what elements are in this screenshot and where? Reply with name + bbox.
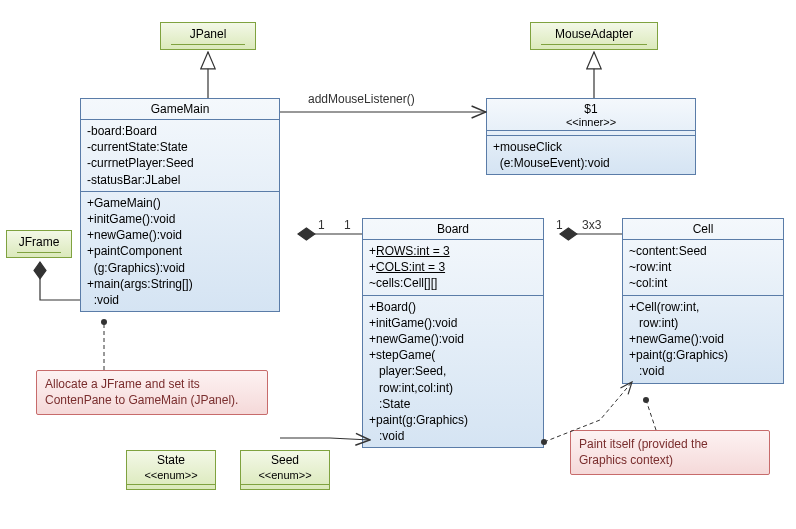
class-inner: $1 <<inner>> +mouseClick (e:MouseEvent):… <box>486 98 696 175</box>
label-mult-1: 1 <box>344 218 351 232</box>
note-line: Paint itself (provided the <box>579 437 761 453</box>
method: +GameMain() <box>87 195 273 211</box>
attr: -statusBar:JLabel <box>87 172 273 188</box>
attr: +COLS:int = 3 <box>369 259 537 275</box>
class-title: GameMain <box>81 99 279 120</box>
method: row:int) <box>629 315 777 331</box>
method: +Board() <box>369 299 537 315</box>
class-title: Board <box>363 219 543 240</box>
static-attr: COLS:int = 3 <box>376 260 445 274</box>
interface-title: JFrame <box>17 235 61 249</box>
method: +initGame():void <box>87 211 273 227</box>
method: row:int,col:int) <box>369 380 537 396</box>
method: (g:Graphics):void <box>87 260 273 276</box>
class-gamemain: GameMain -board:Board -currentState:Stat… <box>80 98 280 312</box>
interface-title: MouseAdapter <box>541 27 647 41</box>
method: +mouseClick <box>493 139 689 155</box>
static-attr: ROWS:int = 3 <box>376 244 450 258</box>
method: :void <box>87 292 273 308</box>
note-line: ContenPane to GameMain (JPanel). <box>45 393 259 409</box>
methods-section: +mouseClick (e:MouseEvent):void <box>487 136 695 174</box>
method: :void <box>369 428 537 444</box>
class-cell: Cell ~content:Seed ~row:int ~col:int +Ce… <box>622 218 784 384</box>
attr: -currnetPlayer:Seed <box>87 155 273 171</box>
attr: -board:Board <box>87 123 273 139</box>
label-addmouselistener: addMouseListener() <box>308 92 415 106</box>
method: +paint(g:Graphics) <box>369 412 537 428</box>
method: +initGame():void <box>369 315 537 331</box>
attributes-section: +ROWS:int = 3 +COLS:int = 3 ~cells:Cell[… <box>363 240 543 296</box>
note-line: Graphics context) <box>579 453 761 469</box>
method: +newGame():void <box>87 227 273 243</box>
label-mult-1: 1 <box>318 218 325 232</box>
svg-point-5 <box>101 319 107 325</box>
attr: ~content:Seed <box>629 243 777 259</box>
note-jframe: Allocate a JFrame and set its ContenPane… <box>36 370 268 415</box>
method: +stepGame( <box>369 347 537 363</box>
enum-title: Seed <box>241 451 329 469</box>
stereotype: <<inner>> <box>487 116 695 131</box>
methods-section: +Cell(row:int, row:int) +newGame():void … <box>623 296 783 383</box>
attr: +ROWS:int = 3 <box>369 243 537 259</box>
method: (e:MouseEvent):void <box>493 155 689 171</box>
method: +newGame():void <box>629 331 777 347</box>
label-mult-3x3: 3x3 <box>582 218 601 232</box>
methods-section: +Board() +initGame():void +newGame():voi… <box>363 296 543 448</box>
attr: -currentState:State <box>87 139 273 155</box>
stereotype: <<enum>> <box>127 469 215 484</box>
class-title: $1 <box>487 99 695 116</box>
enum-seed: Seed <<enum>> <box>240 450 330 490</box>
method: +newGame():void <box>369 331 537 347</box>
enum-title: State <box>127 451 215 469</box>
method: +paint(g:Graphics) <box>629 347 777 363</box>
interface-title: JPanel <box>171 27 245 41</box>
methods-section: +GameMain() +initGame():void +newGame():… <box>81 192 279 311</box>
class-board: Board +ROWS:int = 3 +COLS:int = 3 ~cells… <box>362 218 544 448</box>
interface-jpanel: JPanel <box>160 22 256 50</box>
attributes-section: -board:Board -currentState:State -currne… <box>81 120 279 192</box>
interface-mouseadapter: MouseAdapter <box>530 22 658 50</box>
method: +main(args:String[]) <box>87 276 273 292</box>
class-title: Cell <box>623 219 783 240</box>
attributes-section: ~content:Seed ~row:int ~col:int <box>623 240 783 296</box>
note-paint: Paint itself (provided the Graphics cont… <box>570 430 770 475</box>
method: player:Seed, <box>369 363 537 379</box>
interface-jframe: JFrame <box>6 230 72 258</box>
attr: ~cells:Cell[][] <box>369 275 537 291</box>
stereotype: <<enum>> <box>241 469 329 484</box>
enum-state: State <<enum>> <box>126 450 216 490</box>
label-mult-1: 1 <box>556 218 563 232</box>
method: +Cell(row:int, <box>629 299 777 315</box>
attr: ~col:int <box>629 275 777 291</box>
method: +paintComponent <box>87 243 273 259</box>
method: :State <box>369 396 537 412</box>
note-line: Allocate a JFrame and set its <box>45 377 259 393</box>
svg-point-7 <box>643 397 649 403</box>
attr: ~row:int <box>629 259 777 275</box>
method: :void <box>629 363 777 379</box>
